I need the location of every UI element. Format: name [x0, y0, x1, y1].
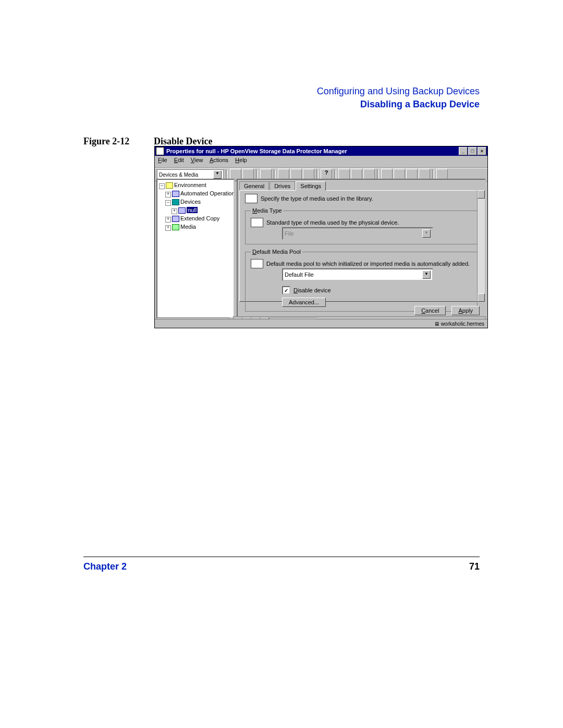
expand-icon[interactable]: + [172, 208, 177, 214]
page-number: 71 [469, 561, 480, 572]
maximize-button[interactable]: □ [468, 147, 477, 155]
status-bar: 🖥 workaholic.hermes [155, 319, 487, 328]
scroll-up-icon[interactable] [478, 190, 485, 199]
settings-intro: Specify the type of media used in the li… [261, 195, 373, 202]
media-type-desc: Standard type of media used by the physi… [266, 219, 399, 226]
window-title: Properties for null - HP OpenView Storag… [166, 148, 458, 154]
close-button[interactable]: × [478, 147, 486, 155]
section-header: Configuring and Using Backup Devices [83, 86, 480, 97]
toolbar-separator [256, 169, 258, 180]
media-type-value: File [285, 230, 294, 237]
application-window: Properties for null - HP OpenView Storag… [154, 146, 488, 328]
menu-help[interactable]: Help [235, 157, 247, 163]
tab-general[interactable]: General [239, 181, 269, 191]
toolbar-separator [334, 169, 336, 180]
toolbar-separator [316, 169, 319, 180]
default-media-pool-group: Default Media Pool Default media pool to… [245, 249, 478, 312]
advanced-button[interactable]: Advanced... [282, 298, 326, 307]
cancel-button[interactable]: Cancel [414, 306, 446, 315]
device-type-icon [245, 194, 258, 203]
title-bar[interactable]: Properties for null - HP OpenView Storag… [155, 146, 487, 156]
page-footer: Chapter 2 71 [83, 557, 480, 572]
media-type-group: Media Type Standard type of media used b… [245, 207, 478, 244]
folder-icon [166, 182, 173, 189]
media-type-icon [251, 218, 263, 227]
collapse-icon[interactable]: − [165, 200, 171, 206]
properties-panel: General Drives Settings Specify the type… [237, 179, 486, 318]
apply-button[interactable]: Apply [451, 306, 480, 315]
tree-media[interactable]: Media [180, 224, 196, 230]
context-combo[interactable]: Devices & Media ▼ [157, 169, 224, 180]
chapter-label: Chapter 2 [83, 561, 127, 572]
menu-edit[interactable]: Edit [174, 157, 184, 163]
cell-manager-icon: 🖥 [434, 321, 439, 327]
figure-number: Figure 2-12 [83, 136, 151, 147]
default-pool-desc: Default media pool to which initialized … [266, 261, 470, 267]
scrollbar[interactable] [477, 190, 485, 302]
menu-bar: FFileile Edit View Actions Help [155, 156, 487, 168]
default-pool-value: Default File [285, 272, 314, 278]
toolbar-separator [274, 169, 276, 180]
extended-copy-icon [172, 216, 179, 222]
device-icon [178, 207, 186, 214]
disable-device-label: Disable device [293, 287, 331, 293]
default-pool-select[interactable]: Default File ▼ [282, 268, 433, 281]
app-icon [156, 147, 164, 155]
operations-icon [172, 191, 179, 197]
media-type-legend: Media Type [251, 207, 284, 214]
media-pool-icon [251, 259, 263, 268]
media-icon [172, 224, 179, 230]
tab-content: Specify the type of media used in the li… [239, 190, 483, 302]
tree-root[interactable]: Environment [174, 182, 206, 188]
status-cell-manager: workaholic.hermes [441, 321, 484, 327]
expand-icon[interactable]: + [165, 225, 171, 231]
toolbar-separator [377, 169, 379, 180]
expand-icon[interactable]: + [165, 192, 171, 198]
collapse-icon[interactable]: − [159, 183, 165, 189]
context-combo-value: Devices & Media [159, 172, 198, 178]
default-media-pool-legend: Default Media Pool [251, 249, 302, 255]
expand-icon[interactable]: + [165, 217, 171, 223]
minimize-button[interactable]: _ [459, 147, 468, 155]
menu-file[interactable]: FFileile [158, 157, 167, 163]
disable-device-checkbox[interactable]: ✓ [282, 286, 290, 294]
devices-icon [172, 199, 179, 205]
navigation-tree[interactable]: −Environment +Automated Operations −Devi… [156, 179, 235, 318]
toolbar-separator [226, 169, 228, 180]
media-type-select: File ▼ [282, 227, 433, 240]
tree-automated-operations[interactable]: Automated Operations [180, 190, 235, 196]
chevron-down-icon: ▼ [422, 229, 431, 238]
chevron-down-icon[interactable]: ▼ [213, 170, 222, 179]
chevron-down-icon[interactable]: ▼ [422, 270, 431, 279]
menu-actions[interactable]: Actions [210, 157, 228, 163]
scroll-down-icon[interactable] [478, 293, 485, 302]
tree-device-null[interactable]: null [187, 207, 198, 213]
tree-devices[interactable]: Devices [180, 199, 201, 205]
subsection-header: Disabling a Backup Device [83, 99, 480, 110]
toolbar-separator [432, 169, 434, 180]
tree-extended-copy[interactable]: Extended Copy [180, 215, 219, 221]
figure-title: Disable Device [154, 136, 212, 146]
menu-view[interactable]: View [191, 157, 203, 163]
tab-settings[interactable]: Settings [296, 181, 326, 191]
tab-drives[interactable]: Drives [270, 181, 295, 191]
